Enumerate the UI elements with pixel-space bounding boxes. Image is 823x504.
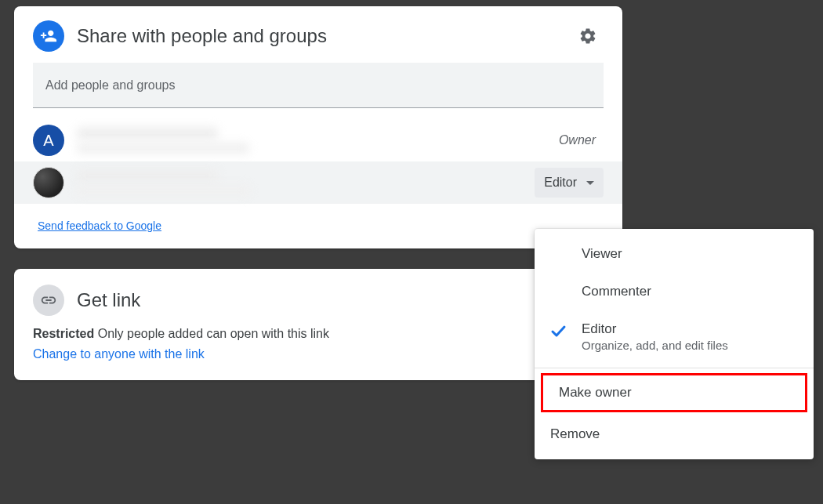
- get-link-header: Get link: [33, 285, 604, 316]
- role-dropdown[interactable]: Editor: [535, 168, 604, 198]
- person-name-redacted: [77, 127, 218, 140]
- check-icon: [549, 321, 567, 344]
- add-people-icon: [33, 20, 64, 52]
- settings-button[interactable]: [572, 20, 604, 52]
- person-info: [77, 169, 535, 196]
- share-title: Share with people and groups: [77, 25, 572, 47]
- owner-label: Owner: [559, 133, 596, 147]
- gear-icon: [578, 27, 597, 45]
- restricted-bold: Restricted: [33, 327, 94, 340]
- add-people-input[interactable]: [45, 78, 591, 92]
- menu-item-commenter[interactable]: Commenter: [535, 273, 814, 310]
- menu-item-remove[interactable]: Remove: [535, 415, 814, 453]
- link-icon: [33, 285, 64, 316]
- person-info: [77, 127, 559, 154]
- menu-item-editor[interactable]: Editor Organize, add, and edit files: [535, 310, 814, 363]
- menu-divider: [535, 368, 814, 368]
- menu-item-editor-sub: Organize, add, and edit files: [582, 339, 798, 352]
- menu-item-viewer[interactable]: Viewer: [535, 235, 814, 273]
- role-dropdown-menu: Viewer Commenter Editor Organize, add, a…: [535, 229, 814, 459]
- share-header: Share with people and groups: [14, 6, 622, 63]
- get-link-card: Get link Restricted Only people added ca…: [14, 269, 622, 380]
- role-dropdown-label: Editor: [544, 176, 577, 190]
- restricted-rest: Only people added can open with this lin…: [94, 327, 329, 340]
- person-row-editor: Editor: [14, 161, 622, 204]
- share-dialog: Share with people and groups A Owner: [14, 6, 622, 248]
- get-link-title: Get link: [77, 289, 140, 311]
- link-restricted-text: Restricted Only people added can open wi…: [33, 327, 604, 341]
- add-people-field[interactable]: [33, 63, 604, 108]
- avatar: [33, 167, 64, 198]
- person-name-redacted: [77, 169, 218, 182]
- chevron-down-icon: [586, 181, 594, 185]
- menu-item-editor-label: Editor: [582, 321, 798, 337]
- people-list: A Owner Editor: [14, 119, 622, 204]
- menu-item-make-owner[interactable]: Make owner: [541, 373, 807, 412]
- person-email-redacted: [77, 185, 249, 196]
- avatar: A: [33, 125, 64, 156]
- send-feedback-link[interactable]: Send feedback to Google: [38, 219, 161, 232]
- person-row-owner: A Owner: [14, 119, 622, 161]
- person-email-redacted: [77, 143, 249, 154]
- change-link-access[interactable]: Change to anyone with the link: [33, 347, 205, 361]
